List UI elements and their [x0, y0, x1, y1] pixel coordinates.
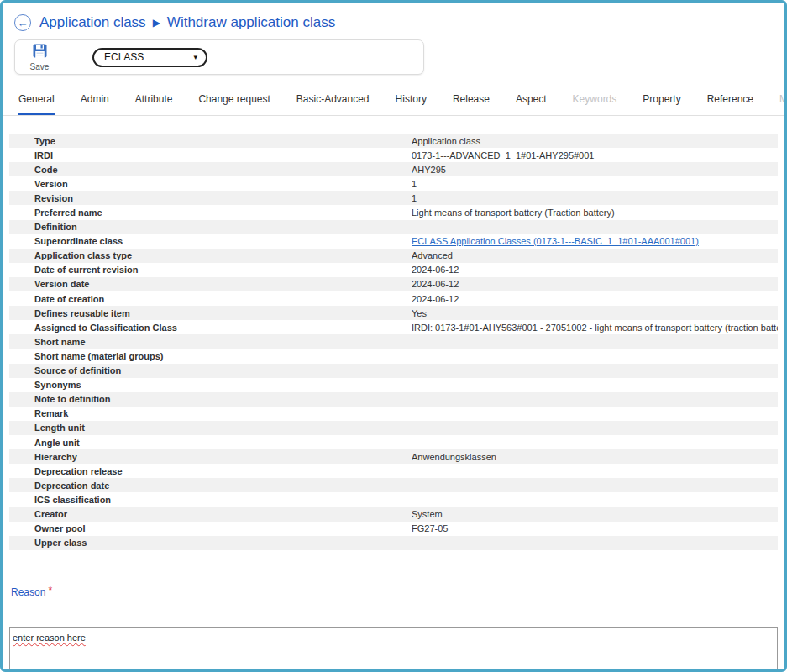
reason-separator [3, 580, 784, 580]
field-label: Preferred name [9, 207, 412, 218]
table-row: Defines reusable itemYes [9, 306, 778, 320]
field-label: Date of creation [9, 294, 412, 304]
tab-mapping: Mapping [779, 87, 787, 115]
tab-aspect[interactable]: Aspect [515, 87, 548, 115]
table-row: Version1 [9, 176, 778, 191]
field-label: Length unit [9, 423, 412, 433]
table-row: Note to definition [9, 392, 778, 407]
field-label: Version date [9, 279, 412, 289]
field-value: 2024-06-12 [412, 279, 778, 289]
field-label: Note to definition [9, 394, 412, 404]
field-value: IRDI: 0173-1#01-AHY563#001 - 27051002 - … [412, 323, 778, 333]
required-asterisk: * [48, 585, 52, 596]
table-row: Definition [9, 220, 778, 234]
field-value: 2024-06-12 [412, 265, 778, 275]
field-label: Revision [9, 193, 412, 203]
field-label: ICS classification [9, 495, 412, 505]
field-value: Light means of transport battery (Tracti… [412, 207, 778, 218]
field-value: FG27-05 [412, 523, 778, 533]
field-value: 2024-06-12 [412, 294, 778, 304]
table-row: Short name (material groups) [9, 349, 778, 363]
table-row: Version date2024-06-12 [9, 277, 778, 291]
table-row: Assigned to Classification ClassIRDI: 01… [9, 320, 778, 334]
field-label: Version [9, 179, 412, 189]
field-label: Deprecation date [9, 480, 412, 491]
toolbar: Save ECLASS ▾ [14, 39, 424, 75]
reason-label: Reason* [11, 585, 784, 598]
field-value: Advanced [412, 250, 778, 260]
table-row: Deprecation date [9, 478, 778, 492]
tab-basic-advanced[interactable]: Basic-Advanced [296, 87, 370, 115]
back-icon[interactable]: ← [14, 14, 31, 31]
tab-reference[interactable]: Reference [706, 87, 754, 115]
field-value: 1 [412, 193, 778, 203]
field-label: Deprecation release [9, 466, 412, 476]
table-row: Preferred nameLight means of transport b… [9, 205, 778, 219]
field-label: Short name (material groups) [9, 351, 412, 361]
tab-history[interactable]: History [395, 87, 428, 115]
save-floppy-icon [33, 44, 47, 61]
table-row: Deprecation release [9, 464, 778, 478]
table-row: Upper class [9, 536, 778, 550]
field-value: Application class [412, 136, 778, 146]
field-label: Type [9, 136, 412, 146]
table-row: Synonyms [9, 378, 778, 392]
field-value: System [412, 509, 778, 519]
field-value: 1 [412, 179, 778, 189]
field-value: 0173-1---ADVANCED_1_1#01-AHY295#001 [412, 150, 778, 160]
field-label: IRDI [9, 150, 412, 160]
field-label: Defines reusable item [9, 308, 412, 318]
table-row: Revision1 [9, 191, 778, 205]
tab-general[interactable]: General [18, 87, 55, 115]
save-button-label: Save [30, 62, 50, 71]
field-label: Definition [9, 222, 412, 232]
release-dropdown-value: ECLASS [104, 51, 144, 63]
withdraw-application-class-window: ← Application class ▶ Withdraw applicati… [0, 0, 787, 672]
tab-property[interactable]: Property [642, 87, 681, 115]
table-row: Superordinate classECLASS Application Cl… [9, 234, 778, 249]
details-table: TypeApplication classIRDI0173-1---ADVANC… [9, 134, 778, 550]
reason-textarea[interactable]: enter reason here [9, 627, 778, 672]
table-row: Angle unit [9, 435, 778, 449]
tab-keywords: Keywords [572, 87, 618, 115]
table-row: Remark [9, 407, 778, 421]
page-title-section: Application class [39, 14, 146, 31]
table-row: Date of creation2024-06-12 [9, 291, 778, 306]
field-label: Application class type [9, 250, 412, 260]
tab-admin[interactable]: Admin [80, 87, 110, 115]
page-title-action: Withdraw application class [167, 14, 335, 31]
field-value: Anwendungsklassen [412, 452, 778, 462]
table-row: CreatorSystem [9, 507, 778, 521]
reason-label-text: Reason [11, 586, 45, 598]
field-label: Synonyms [9, 380, 412, 390]
breadcrumb-arrow-icon: ▶ [153, 17, 160, 29]
field-label: Hierarchy [9, 452, 412, 462]
reason-textarea-value: enter reason here [13, 633, 86, 643]
field-label: Creator [9, 509, 412, 519]
field-label: Remark [9, 408, 412, 418]
field-label: Assigned to Classification Class [9, 323, 412, 333]
table-row: Application class typeAdvanced [9, 249, 778, 263]
release-dropdown[interactable]: ECLASS ▾ [92, 48, 207, 67]
tab-attribute[interactable]: Attribute [134, 87, 174, 115]
table-row: CodeAHY295 [9, 162, 778, 176]
table-row: IRDI0173-1---ADVANCED_1_1#01-AHY295#001 [9, 148, 778, 162]
table-row: TypeApplication class [9, 134, 778, 148]
table-row: Date of current revision2024-06-12 [9, 263, 778, 277]
field-value: ECLASS Application Classes (0173-1---BAS… [412, 236, 778, 246]
field-value: Yes [412, 308, 778, 318]
field-label: Code [9, 165, 412, 175]
table-row: Source of definition [9, 364, 778, 378]
page-header: ← Application class ▶ Withdraw applicati… [3, 3, 784, 38]
table-row: Short name [9, 334, 778, 349]
save-button[interactable]: Save [25, 44, 54, 71]
chevron-down-icon: ▾ [193, 53, 197, 61]
superordinate-class-link[interactable]: ECLASS Application Classes (0173-1---BAS… [412, 236, 699, 246]
field-label: Owner pool [9, 523, 412, 533]
field-value: AHY295 [412, 165, 778, 175]
field-label: Upper class [9, 538, 412, 548]
field-label: Short name [9, 337, 412, 347]
tab-change-request[interactable]: Change request [197, 87, 270, 115]
tab-release[interactable]: Release [452, 87, 491, 115]
table-row: HierarchyAnwendungsklassen [9, 449, 778, 464]
